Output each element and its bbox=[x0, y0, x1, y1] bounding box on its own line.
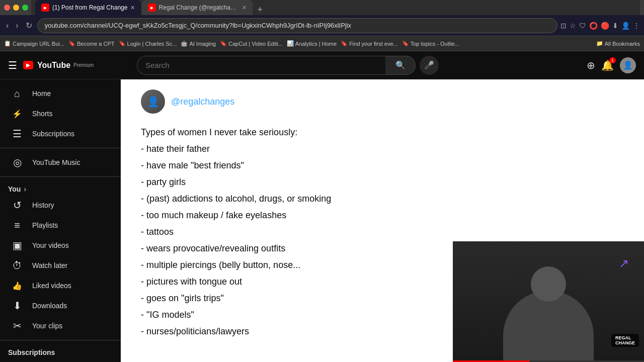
you-label: You bbox=[8, 185, 21, 193]
close-window-button[interactable] bbox=[4, 5, 10, 11]
screen-capture-icon[interactable]: ⊡ bbox=[560, 22, 567, 30]
sidebar-label-youtube-music: YouTube Music bbox=[32, 158, 80, 166]
bookmark-8[interactable]: 🔖 Top topics - Outlie... bbox=[402, 40, 459, 47]
bookmark-6[interactable]: 📊 Analytics | Home bbox=[287, 40, 337, 47]
main-content: 👤 @regalchanges Types of women I never t… bbox=[121, 79, 644, 362]
sidebar-item-liked-videos[interactable]: 👍 Liked videos bbox=[4, 276, 117, 296]
downloads-icon: ⬇ bbox=[12, 300, 22, 312]
post-line-6: - tattoos bbox=[141, 225, 624, 239]
yt-container: ⌂ Home ⚡ Shorts ☰ Subscriptions ◎ YouTub… bbox=[0, 79, 644, 362]
your-videos-icon: ▣ bbox=[12, 239, 22, 251]
you-section-title[interactable]: You › bbox=[0, 181, 121, 195]
shorts-icon: ⚡ bbox=[12, 109, 22, 119]
profile-icon[interactable]: 👤 bbox=[621, 22, 630, 30]
back-button[interactable]: ‹ bbox=[4, 19, 11, 32]
sidebar-divider-3 bbox=[0, 340, 121, 340]
browser-chrome: ▶ (1) Post from Regal Change × ▶ Regal C… bbox=[0, 0, 644, 51]
sidebar-label-downloads: Downloads bbox=[32, 302, 67, 310]
download-icon[interactable]: ⬇ bbox=[612, 22, 618, 30]
tab-1-label: (1) Post from Regal Change bbox=[52, 4, 127, 11]
yt-premium-label: Premium bbox=[73, 62, 94, 68]
address-bar-icons: ⊡ ☆ 🛡 ⭕ 🔴 ⬇ 👤 ⋮ bbox=[560, 22, 640, 30]
create-button[interactable]: ⊕ bbox=[587, 59, 595, 71]
sidebar-label-watch-later: Watch later bbox=[32, 261, 67, 269]
traffic-lights bbox=[4, 5, 28, 11]
sidebar-item-your-videos[interactable]: ▣ Your videos bbox=[4, 235, 117, 255]
tab-2-close[interactable]: × bbox=[242, 4, 246, 12]
sidebar: ⌂ Home ⚡ Shorts ☰ Subscriptions ◎ YouTub… bbox=[0, 79, 121, 362]
post-line-1: - hate their father bbox=[141, 142, 624, 156]
post-line-4: - (past) addictions to alcohol, drugs, o… bbox=[141, 192, 624, 206]
tab-2[interactable]: ▶ Regal Change (@regalchange... × bbox=[142, 0, 253, 15]
sidebar-label-playlists: Playlists bbox=[32, 221, 58, 229]
subscriptions-icon: ☰ bbox=[12, 128, 22, 140]
header-left: ☰ ▶ YouTube Premium bbox=[8, 59, 129, 71]
sidebar-item-youtube-music[interactable]: ◎ YouTube Music bbox=[4, 152, 117, 172]
hamburger-menu-button[interactable]: ☰ bbox=[8, 59, 17, 71]
sidebar-label-your-clips: Your clips bbox=[32, 322, 62, 330]
your-clips-icon: ✂ bbox=[12, 320, 22, 332]
sidebar-divider-2 bbox=[0, 176, 121, 177]
bookmark-3[interactable]: 🔖 Login | Charles Sc... bbox=[119, 40, 177, 47]
youtube-music-icon: ◎ bbox=[12, 156, 22, 168]
search-button[interactable]: 🔍 bbox=[385, 56, 416, 75]
menu-icon[interactable]: ⋮ bbox=[633, 22, 640, 30]
tab-2-favicon: ▶ bbox=[148, 4, 156, 12]
address-input[interactable] bbox=[37, 18, 557, 33]
microphone-button[interactable]: 🎤 bbox=[420, 56, 439, 75]
post-line-2: - have male "best friends" bbox=[141, 159, 624, 172]
maximize-window-button[interactable] bbox=[22, 5, 28, 11]
search-input[interactable] bbox=[137, 56, 385, 75]
youtube-logo[interactable]: ▶ YouTube Premium bbox=[23, 61, 94, 70]
extension-icon-1[interactable]: 🛡 bbox=[579, 22, 586, 30]
video-arrow-icon: ↗ bbox=[619, 256, 629, 270]
bookmark-5[interactable]: 🔖 CapCut | Video Editi... bbox=[220, 40, 283, 47]
post-line-5: - too much makeup / fake eyelashes bbox=[141, 209, 624, 222]
sidebar-item-home[interactable]: ⌂ Home bbox=[4, 83, 117, 104]
sidebar-item-playlists[interactable]: ≡ Playlists bbox=[4, 215, 117, 235]
bookmark-star-icon[interactable]: ☆ bbox=[570, 22, 576, 30]
address-bar: ‹ › ↻ ⊡ ☆ 🛡 ⭕ 🔴 ⬇ 👤 ⋮ bbox=[0, 15, 644, 36]
channel-avatar[interactable]: 👤 bbox=[141, 89, 165, 114]
bookmark-7[interactable]: 🔖 Find your first eve... bbox=[341, 40, 398, 47]
extension-icon-3[interactable]: 🔴 bbox=[601, 22, 609, 30]
sidebar-label-history: History bbox=[32, 201, 54, 209]
home-icon: ⌂ bbox=[12, 88, 22, 100]
minimize-window-button[interactable] bbox=[13, 5, 19, 11]
sidebar-label-liked-videos: Liked videos bbox=[32, 282, 71, 290]
yt-logo-text: YouTube bbox=[37, 61, 70, 70]
sidebar-item-history[interactable]: ↺ History bbox=[4, 195, 117, 215]
reload-button[interactable]: ↻ bbox=[24, 19, 34, 32]
sidebar-item-your-clips[interactable]: ✂ Your clips bbox=[4, 316, 117, 336]
sidebar-label-your-videos: Your videos bbox=[32, 241, 69, 249]
sidebar-item-shorts[interactable]: ⚡ Shorts bbox=[4, 104, 117, 124]
user-avatar[interactable]: 👤 bbox=[620, 57, 636, 73]
sidebar-item-subscriptions[interactable]: ☰ Subscriptions bbox=[4, 124, 117, 144]
yt-logo-icon: ▶ bbox=[23, 61, 33, 69]
bookmark-4[interactable]: 🤖 AI Imaging bbox=[181, 40, 216, 47]
notification-badge: 1 bbox=[609, 57, 616, 63]
sidebar-label-shorts: Shorts bbox=[32, 110, 52, 118]
channel-header: 👤 @regalchanges bbox=[141, 89, 624, 114]
new-tab-button[interactable]: + bbox=[254, 5, 267, 15]
tab-1[interactable]: ▶ (1) Post from Regal Change × bbox=[35, 0, 141, 15]
channel-handle[interactable]: @regalchanges bbox=[171, 97, 234, 107]
tab-1-close[interactable]: × bbox=[130, 4, 134, 12]
sidebar-item-downloads[interactable]: ⬇ Downloads bbox=[4, 296, 117, 316]
forward-button[interactable]: › bbox=[14, 19, 20, 32]
mini-video-player[interactable]: ↗ REGALCHANGE bbox=[453, 241, 644, 362]
search-container: 🔍 🎤 bbox=[137, 56, 439, 75]
bookmark-2[interactable]: 🔖 Become a CPT bbox=[68, 40, 115, 47]
sidebar-label-home: Home bbox=[32, 89, 51, 98]
liked-videos-icon: 👍 bbox=[12, 281, 22, 291]
extension-icon-2[interactable]: ⭕ bbox=[589, 22, 598, 30]
youtube-header: ☰ ▶ YouTube Premium 🔍 🎤 ⊕ 🔔 1 👤 bbox=[0, 51, 644, 79]
header-actions: ⊕ 🔔 1 👤 bbox=[587, 57, 636, 73]
notifications-button[interactable]: 🔔 1 bbox=[601, 59, 614, 71]
sidebar-item-quotes[interactable]: Q Quotes bbox=[4, 358, 117, 362]
bookmark-1[interactable]: 📋 Campaign URL Bui... bbox=[4, 40, 64, 47]
sidebar-item-watch-later[interactable]: ⏱ Watch later bbox=[4, 255, 117, 276]
all-bookmarks[interactable]: 📁 All Bookmarks bbox=[596, 40, 640, 47]
titlebar: ▶ (1) Post from Regal Change × ▶ Regal C… bbox=[0, 0, 644, 15]
tab-2-label: Regal Change (@regalchange... bbox=[159, 4, 239, 11]
